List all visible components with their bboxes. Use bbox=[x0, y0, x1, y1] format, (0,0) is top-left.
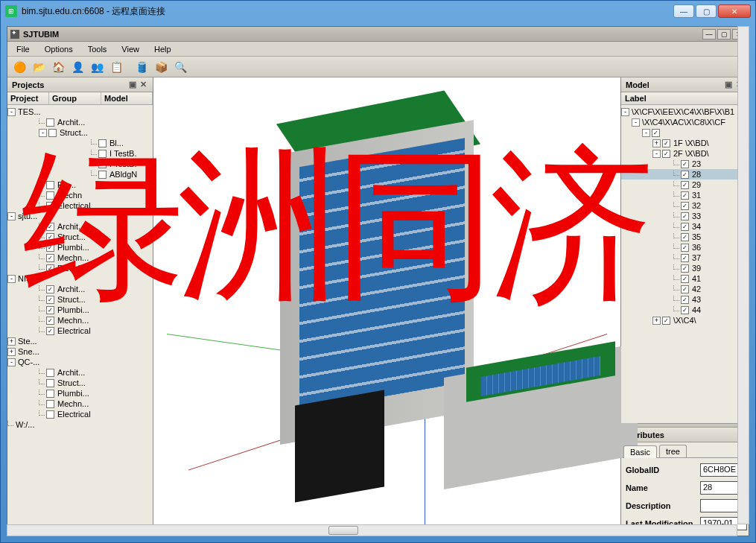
model-item[interactable]: ABldgN bbox=[7, 169, 153, 180]
element-item[interactable]: 44 bbox=[621, 305, 749, 315]
group-item[interactable]: Plumbi... bbox=[7, 242, 153, 253]
toolbar-btn-7[interactable]: 🛢️ bbox=[133, 58, 150, 76]
toolbar-btn-6[interactable]: 📋 bbox=[107, 58, 125, 76]
col-model[interactable]: Model bbox=[101, 92, 153, 104]
checkbox[interactable] bbox=[46, 327, 54, 335]
expand-icon[interactable]: - bbox=[632, 118, 640, 127]
expand-icon[interactable]: + bbox=[7, 348, 16, 356]
expand-icon[interactable]: - bbox=[7, 358, 16, 366]
checkbox[interactable] bbox=[681, 212, 689, 220]
element-item[interactable]: 43 bbox=[621, 294, 749, 305]
group-item[interactable]: Struct... bbox=[7, 294, 153, 305]
expand-icon[interactable]: + bbox=[7, 337, 16, 346]
checkbox[interactable] bbox=[46, 202, 54, 210]
checkbox[interactable] bbox=[681, 244, 689, 252]
group-item[interactable]: Plumbi... bbox=[7, 305, 153, 315]
checkbox[interactable] bbox=[681, 306, 689, 314]
rdp-titlebar[interactable]: ⊞ bim.sjtu.edu.cn:6608 - 远程桌面连接 — ▢ ✕ bbox=[1, 1, 755, 22]
group-item[interactable]: Archit... bbox=[7, 221, 153, 232]
checkbox[interactable] bbox=[46, 390, 54, 398]
element-item[interactable]: 35 bbox=[621, 232, 749, 242]
element-item[interactable]: 42 bbox=[621, 284, 749, 294]
floor-item[interactable]: +1F \X\BD\ bbox=[621, 138, 749, 148]
menu-help[interactable]: Help bbox=[147, 43, 179, 55]
checkbox[interactable] bbox=[46, 317, 54, 325]
checkbox[interactable] bbox=[46, 191, 54, 200]
project-item[interactable]: +Ste... bbox=[7, 336, 153, 346]
checkbox[interactable] bbox=[48, 129, 57, 137]
checkbox[interactable] bbox=[662, 139, 670, 147]
group-item[interactable]: Struct... bbox=[7, 378, 153, 388]
expand-icon[interactable]: - bbox=[642, 129, 650, 137]
checkbox[interactable] bbox=[652, 129, 660, 137]
app-titlebar[interactable]: SJTUBIM — ▢ ✕ bbox=[7, 27, 749, 42]
projects-tree[interactable]: -TES...Archit...-Struct...Bl...I TestB.I… bbox=[7, 105, 153, 536]
element-item[interactable]: 39 bbox=[621, 263, 749, 273]
model-root[interactable]: -\X\CF\X\EE\X\C4\X\BF\X\B1 bbox=[621, 107, 749, 117]
checkbox[interactable] bbox=[46, 296, 54, 304]
checkbox[interactable] bbox=[46, 369, 54, 377]
checkbox[interactable] bbox=[681, 160, 689, 168]
toolbar-btn-9[interactable]: 🔍 bbox=[171, 58, 189, 76]
model-panel-pin-icon[interactable]: ▣ bbox=[723, 80, 734, 89]
expand-icon[interactable]: - bbox=[7, 275, 16, 283]
model-item[interactable]: I TestB. bbox=[7, 159, 153, 169]
group-item[interactable]: Plumbi... bbox=[7, 388, 153, 398]
element-item[interactable]: 34 bbox=[621, 221, 749, 232]
toolbar-btn-4[interactable]: 👤 bbox=[69, 58, 86, 76]
expand-icon[interactable]: + bbox=[652, 317, 661, 325]
checkbox[interactable] bbox=[98, 160, 107, 168]
model-group[interactable]: - bbox=[621, 127, 749, 138]
checkbox[interactable] bbox=[46, 254, 54, 262]
project-item[interactable]: -sjtu... bbox=[7, 211, 153, 221]
group-item[interactable]: Struct... bbox=[7, 232, 153, 242]
expand-icon[interactable]: - bbox=[7, 212, 16, 220]
checkbox[interactable] bbox=[98, 139, 107, 147]
checkbox[interactable] bbox=[46, 379, 54, 387]
menu-view[interactable]: View bbox=[114, 43, 147, 55]
expand-icon[interactable]: + bbox=[652, 139, 661, 147]
element-item[interactable]: 32 bbox=[621, 200, 749, 211]
checkbox[interactable] bbox=[681, 254, 689, 262]
floor-item[interactable]: -2F \X\BD\ bbox=[621, 148, 749, 159]
app-maximize-button[interactable]: ▢ bbox=[717, 29, 731, 39]
project-item[interactable]: W:/... bbox=[7, 419, 153, 430]
checkbox[interactable] bbox=[662, 317, 670, 325]
maximize-button[interactable]: ▢ bbox=[696, 4, 717, 18]
checkbox[interactable] bbox=[681, 191, 689, 200]
checkbox[interactable] bbox=[46, 233, 54, 241]
group-item[interactable]: Archit... bbox=[7, 367, 153, 378]
checkbox[interactable] bbox=[98, 171, 107, 179]
group-item[interactable]: Electrical bbox=[7, 200, 153, 211]
tab-basic[interactable]: Basic bbox=[623, 445, 657, 458]
panel-close-icon[interactable]: ✕ bbox=[138, 80, 148, 89]
group-item[interactable]: Mechn... bbox=[7, 253, 153, 263]
group-item[interactable]: Electrical bbox=[7, 263, 153, 273]
scroll-thumb[interactable] bbox=[328, 526, 358, 535]
toolbar-btn-5[interactable]: 👥 bbox=[88, 58, 106, 76]
group-item[interactable]: Archit... bbox=[7, 284, 153, 294]
element-item[interactable]: 28 bbox=[621, 169, 749, 180]
element-item[interactable]: 33 bbox=[621, 211, 749, 221]
project-item[interactable]: -NIST... bbox=[7, 273, 153, 284]
checkbox[interactable] bbox=[681, 285, 689, 293]
rdp-vertical-scrollbar[interactable] bbox=[737, 26, 749, 524]
3d-viewport[interactable] bbox=[153, 77, 620, 536]
checkbox[interactable] bbox=[46, 244, 54, 252]
group-item[interactable]: Plu... bbox=[7, 180, 153, 190]
panel-pin-icon[interactable]: ▣ bbox=[127, 80, 138, 89]
element-item[interactable]: 36 bbox=[621, 242, 749, 253]
rdp-horizontal-scrollbar[interactable] bbox=[7, 524, 737, 536]
model-sub[interactable]: -\X\C4\X\AC\X\C8\X\CF bbox=[621, 117, 749, 127]
floor-item[interactable]: +\X\C4\ bbox=[621, 315, 749, 326]
project-item[interactable]: -QC-... bbox=[7, 357, 153, 367]
minimize-button[interactable]: — bbox=[673, 4, 694, 18]
checkbox[interactable] bbox=[681, 296, 689, 304]
checkbox[interactable] bbox=[46, 285, 54, 293]
group-item[interactable]: Electrical bbox=[7, 326, 153, 336]
checkbox[interactable] bbox=[46, 181, 54, 189]
col-project[interactable]: Project bbox=[7, 92, 49, 104]
checkbox[interactable] bbox=[681, 233, 689, 241]
element-item[interactable]: 29 bbox=[621, 180, 749, 190]
menu-file[interactable]: File bbox=[9, 43, 37, 55]
